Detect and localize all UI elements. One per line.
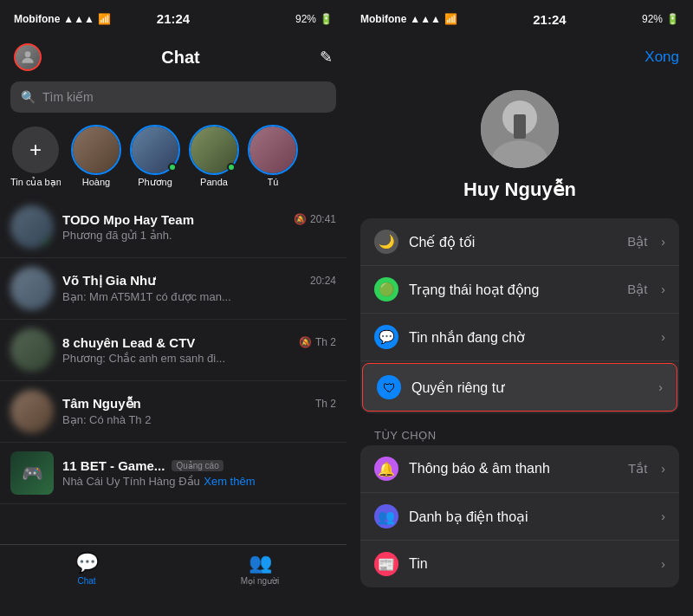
chat-info-3: Tâm Nguyễn Th 2 Bạn: Có nhà Th 2 xyxy=(62,396,336,427)
chat-item-4[interactable]: 🎮 11 BET - Game... Quảng cáo Nhà Cái Uy … xyxy=(0,443,346,504)
menu-label-activity: Trạng thái hoạt động xyxy=(409,282,617,298)
nav-people[interactable]: 👥 Mọi người xyxy=(173,552,346,586)
chat-preview-1: Bạn: Mm AT5M1T có được man... xyxy=(62,290,231,303)
menu-label-notifications: Thông báo & âm thanh xyxy=(409,461,618,477)
profile-name: Huy Nguyễn xyxy=(463,178,576,201)
pending-icon: 💬 xyxy=(374,325,398,349)
chat-name-row-4: 11 BET - Game... Quảng cáo xyxy=(62,458,336,473)
people-nav-icon: 👥 xyxy=(249,552,272,574)
chat-preview-4: Nhà Cái Uy Tính Hàng Đầu xyxy=(62,475,200,488)
nav-label-chat: Chat xyxy=(77,576,95,586)
chevron-news: › xyxy=(661,557,665,571)
notifications-icon: 🔔 xyxy=(374,457,398,481)
story-item-4[interactable]: Tú xyxy=(249,126,296,188)
carrier-text: Mobifone xyxy=(14,13,60,25)
compose-icon[interactable]: ✎ xyxy=(320,48,333,67)
chat-info-4: 11 BET - Game... Quảng cáo Nhà Cái Uy Tí… xyxy=(62,458,336,489)
menu-item-news[interactable]: 📰 Tin › xyxy=(360,541,679,587)
chat-item-1[interactable]: Võ Thị Gia Như 20:24 Bạn: Mm AT5M1T có đ… xyxy=(0,258,346,320)
user-avatar[interactable] xyxy=(14,43,42,71)
chat-item-0[interactable]: TODO Mpo Hay Team 🔕 20:41 Phương đã gửi … xyxy=(0,197,346,258)
menu-label-news: Tin xyxy=(409,556,651,572)
chat-time-0: 20:41 xyxy=(310,213,336,225)
menu-item-activity[interactable]: 🟢 Trạng thái hoạt động Bật › xyxy=(360,266,679,314)
news-icon: 📰 xyxy=(374,552,398,576)
menu-item-pending[interactable]: 💬 Tin nhắn đang chờ › xyxy=(360,314,679,361)
chat-info-1: Võ Thị Gia Như 20:24 Bạn: Mm AT5M1T có đ… xyxy=(62,273,336,304)
story-avatar-1[interactable] xyxy=(73,126,120,173)
search-placeholder: Tìm kiếm xyxy=(42,90,94,104)
stories-row: + Tin của bạn Hoàng Phương Panda xyxy=(0,118,346,197)
right-panel: Mobifone ▲▲▲ 📶 21:24 92% 🔋 Xong Huy Nguy… xyxy=(346,0,693,616)
story-ring-1 xyxy=(71,125,121,175)
chat-preview-0: Phương đã gửi 1 ảnh. xyxy=(62,229,172,242)
menu-value-notifications: Tắt xyxy=(628,461,647,477)
menu-item-privacy[interactable]: 🛡 Quyền riêng tư › xyxy=(362,363,677,412)
tuy-chon-section: 🔔 Thông báo & âm thanh Tắt › 👥 Danh bạ đ… xyxy=(360,445,679,587)
bottom-nav: 💬 Chat 👥 Mọi người xyxy=(0,544,346,616)
add-story-btn[interactable]: + xyxy=(12,126,59,173)
chat-title: Chat xyxy=(42,48,320,68)
menu-item-dark-mode[interactable]: 🌙 Chế độ tối Bật › xyxy=(360,218,679,266)
mute-icon-0: 🔕 xyxy=(294,213,307,225)
chat-name-1: Võ Thị Gia Như xyxy=(62,273,156,289)
chat-avatar-3 xyxy=(10,390,54,433)
chat-name-row-0: TODO Mpo Hay Team 🔕 20:41 xyxy=(62,212,336,227)
menu-label-contacts: Danh bạ điện thoại xyxy=(409,509,651,525)
chevron-activity: › xyxy=(661,282,665,296)
online-indicator-2 xyxy=(168,163,177,172)
ad-link[interactable]: Xem thêm xyxy=(204,475,255,488)
ad-name-row: 11 BET - Game... Quảng cáo xyxy=(62,458,223,473)
privacy-icon: 🛡 xyxy=(377,375,401,399)
chat-time-1: 20:24 xyxy=(310,275,336,287)
contacts-icon: 👥 xyxy=(374,504,398,528)
search-icon: 🔍 xyxy=(21,90,36,104)
main-menu-section: 🌙 Chế độ tối Bật › 🟢 Trạng thái hoạt độn… xyxy=(360,218,679,413)
nav-chat[interactable]: 💬 Chat xyxy=(0,552,173,586)
svg-point-0 xyxy=(25,51,31,57)
time-right: 21:24 xyxy=(533,12,566,27)
chat-avatar-2 xyxy=(10,328,54,372)
chat-name-3: Tâm Nguyễn xyxy=(62,396,141,412)
menu-item-contacts[interactable]: 👥 Danh bạ điện thoại › xyxy=(360,493,679,541)
plus-icon: + xyxy=(29,138,42,162)
section-title-tuy-chon: TÙY CHỌN xyxy=(346,422,693,445)
dark-mode-icon: 🌙 xyxy=(374,230,398,254)
chevron-privacy: › xyxy=(658,380,663,394)
story-item-add[interactable]: + Tin của bạn xyxy=(10,126,61,188)
right-header: Xong xyxy=(346,38,693,76)
story-avatar-3[interactable] xyxy=(191,126,237,173)
chat-item-2[interactable]: 8 chuyên Lead & CTV 🔕 Th 2 Phương: Chắc … xyxy=(0,320,346,381)
nav-label-people: Mọi người xyxy=(241,576,280,586)
chat-preview-2: Phương: Chắc anh em sanh đi... xyxy=(62,352,225,365)
signal-icon: ▲▲▲ xyxy=(63,13,94,25)
search-bar[interactable]: 🔍 Tìm kiếm xyxy=(10,81,336,113)
battery-icon: 🔋 xyxy=(320,13,333,25)
menu-item-notifications[interactable]: 🔔 Thông báo & âm thanh Tắt › xyxy=(360,445,679,493)
chat-name-row-2: 8 chuyên Lead & CTV 🔕 Th 2 xyxy=(62,335,336,350)
chevron-dark-mode: › xyxy=(661,235,665,249)
story-label-3: Panda xyxy=(200,177,228,187)
svg-rect-4 xyxy=(514,114,526,139)
mute-icon-2: 🔕 xyxy=(299,336,312,348)
story-avatar-4[interactable] xyxy=(249,126,296,173)
wifi-icon: 📶 xyxy=(98,13,111,25)
story-item-3[interactable]: Panda xyxy=(191,126,237,188)
signal-icon-right: ▲▲▲ xyxy=(410,13,441,25)
menu-label-pending: Tin nhắn đang chờ xyxy=(409,329,651,346)
chat-meta-2: 🔕 Th 2 xyxy=(299,336,336,348)
chat-time-2: Th 2 xyxy=(315,336,336,348)
activity-icon: 🟢 xyxy=(374,277,398,302)
story-label-1: Hoàng xyxy=(82,177,110,187)
chat-time-3: Th 2 xyxy=(315,398,336,410)
story-item-1[interactable]: Hoàng xyxy=(73,126,120,188)
chat-item-3[interactable]: Tâm Nguyễn Th 2 Bạn: Có nhà Th 2 xyxy=(0,381,346,443)
chat-name-2: 8 chuyên Lead & CTV xyxy=(62,335,195,350)
story-avatar-2[interactable] xyxy=(132,126,178,173)
battery-left: 92% 🔋 xyxy=(295,13,333,25)
online-dot-0 xyxy=(43,238,52,247)
menu-label-privacy: Quyền riêng tư xyxy=(411,379,648,396)
chat-preview-3: Bạn: Có nhà Th 2 xyxy=(62,413,151,426)
done-button[interactable]: Xong xyxy=(644,49,679,66)
story-item-2[interactable]: Phương xyxy=(132,126,178,188)
